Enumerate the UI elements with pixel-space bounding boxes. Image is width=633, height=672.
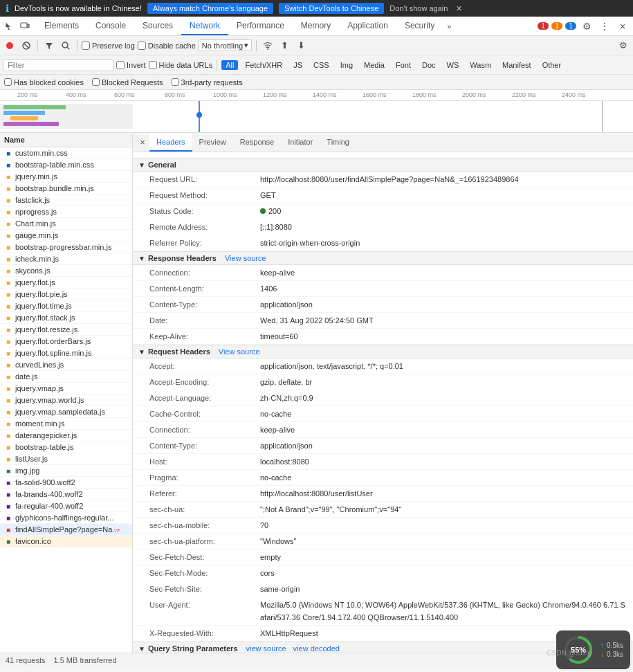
list-item[interactable]: ■ jquery.flot.resize.js [0, 324, 132, 336]
blocked-requests-input[interactable] [92, 78, 100, 86]
close-devtools-icon[interactable]: × [615, 19, 630, 34]
list-item[interactable]: ■ curvedLines.js [0, 359, 132, 371]
preserve-log-checkbox[interactable]: Preserve log [82, 42, 135, 50]
download-icon[interactable]: ⬇ [294, 39, 308, 53]
query-view-decoded[interactable]: view decoded [293, 644, 340, 653]
filter-chip-media[interactable]: Media [360, 60, 389, 70]
list-item[interactable]: ■ gauge.min.js [0, 230, 132, 242]
more-options-icon[interactable]: ⋮ [597, 19, 612, 34]
filter-chip-all[interactable]: All [221, 60, 238, 70]
list-item[interactable]: ■ jquery.vmap.sampledata.js [0, 406, 132, 418]
tab-console[interactable]: Console [87, 17, 134, 35]
invert-input[interactable] [116, 61, 125, 69]
resize-handle[interactable] [122, 137, 128, 143]
inspect-icon[interactable] [3, 19, 17, 33]
third-party-input[interactable] [172, 78, 179, 86]
filter-icon[interactable] [42, 39, 56, 53]
detail-tab-headers[interactable]: Headers [149, 133, 192, 152]
detail-close-btn[interactable]: × [136, 136, 149, 149]
tab-security[interactable]: Security [396, 17, 443, 35]
switch-devtools-btn[interactable]: Switch DevTools to Chinese [279, 3, 384, 14]
device-toolbar-icon[interactable] [18, 19, 32, 33]
list-item[interactable]: ■ bootstrap-progressbar.min.js [0, 242, 132, 253]
filter-chip-css[interactable]: CSS [309, 60, 333, 70]
list-item-selected[interactable]: ■ findAllSimplePage?page=Na... → [0, 524, 132, 536]
filter-chip-img[interactable]: Img [336, 60, 357, 70]
tab-sources[interactable]: Sources [134, 17, 181, 35]
list-item-favicon[interactable]: ■ favicon.ico [0, 536, 132, 547]
blocked-requests-checkbox[interactable]: Blocked Requests [92, 78, 163, 87]
tab-elements[interactable]: Elements [36, 17, 87, 35]
list-item[interactable]: ■ skycons.js [0, 265, 132, 277]
preserve-log-input[interactable] [82, 42, 90, 50]
response-headers-section-header[interactable]: ▼ Response Headers View source [133, 251, 633, 265]
detail-tab-timing[interactable]: Timing [320, 133, 356, 152]
hide-data-urls-checkbox[interactable]: Hide data URLs [149, 61, 213, 69]
list-item[interactable]: ■ glyphicons-halflings-regular... [0, 512, 132, 524]
search-icon[interactable] [59, 39, 73, 53]
clear-button[interactable] [19, 39, 33, 53]
response-view-source[interactable]: View source [225, 254, 266, 262]
filter-chip-font[interactable]: Font [392, 60, 415, 70]
hide-data-urls-input[interactable] [149, 61, 157, 69]
list-item[interactable]: ■ custom.min.css [0, 147, 132, 159]
has-blocked-cookies-checkbox[interactable]: Has blocked cookies [4, 78, 84, 87]
list-item[interactable]: ■ fa-solid-900.woff2 [0, 477, 132, 489]
notification-close[interactable]: × [456, 3, 461, 14]
detail-tab-preview[interactable]: Preview [192, 133, 233, 152]
list-item[interactable]: ■ jquery.flot.pie.js [0, 289, 132, 300]
list-item[interactable]: ■ jquery.min.js [0, 171, 132, 183]
network-settings-icon[interactable]: ⚙ [616, 39, 630, 53]
list-item[interactable]: ■ fa-brands-400.woff2 [0, 489, 132, 500]
list-item[interactable]: ■ fastclick.js [0, 194, 132, 206]
filter-chip-doc[interactable]: Doc [418, 60, 440, 70]
throttle-select[interactable]: No throttling ▾ [199, 39, 252, 51]
tab-memory[interactable]: Memory [293, 17, 339, 35]
list-item[interactable]: ■ jquery.flot.spline.min.js [0, 347, 132, 359]
list-item[interactable]: ■ jquery.flot.time.js [0, 300, 132, 312]
record-button[interactable] [3, 39, 17, 53]
disable-cache-input[interactable] [138, 42, 146, 50]
query-view-source[interactable]: view source [246, 644, 286, 653]
list-item[interactable]: ■ jquery.vmap.js [0, 383, 132, 394]
list-item[interactable]: ■ bootstrap.bundle.min.js [0, 183, 132, 194]
list-item[interactable]: ■ bootstrap-table.js [0, 442, 132, 453]
general-section-header[interactable]: ▼ General [133, 158, 633, 172]
list-item[interactable]: ■ jquery.flot.orderBars.js [0, 336, 132, 347]
has-blocked-cookies-input[interactable] [4, 78, 12, 86]
list-item[interactable]: ■ nprogress.js [0, 206, 132, 218]
list-item[interactable]: ■ jquery.vmap.world.js [0, 394, 132, 406]
upload-icon[interactable]: ⬆ [277, 39, 291, 53]
filter-chip-manifest[interactable]: Manifest [498, 60, 535, 70]
list-item[interactable]: ■ jquery.flot.js [0, 277, 132, 289]
request-view-source[interactable]: View source [219, 347, 260, 356]
list-item[interactable]: ■ daterangepicker.js [0, 430, 132, 442]
wifi-icon[interactable] [261, 39, 275, 53]
list-item[interactable]: ■ listUser.js [0, 453, 132, 465]
dont-show-link[interactable]: Don't show again [389, 4, 448, 12]
list-item[interactable]: ■ moment.min.js [0, 418, 132, 430]
list-item[interactable]: ■ fa-regular-400.woff2 [0, 500, 132, 512]
list-item[interactable]: ■ bootstrap-table.min.css [0, 159, 132, 171]
tab-network[interactable]: Network [181, 17, 228, 35]
request-headers-section-header[interactable]: ▼ Request Headers View source [133, 345, 633, 358]
filter-chip-fetchxhr[interactable]: Fetch/XHR [241, 60, 286, 70]
filter-input[interactable] [3, 59, 113, 71]
detail-tab-response[interactable]: Response [233, 133, 282, 152]
third-party-checkbox[interactable]: 3rd-party requests [172, 78, 243, 87]
list-item[interactable]: ■ icheck.min.js [0, 253, 132, 265]
list-item[interactable]: ■ date.js [0, 371, 132, 383]
list-item[interactable]: ■ img.jpg [0, 465, 132, 477]
tab-application[interactable]: Application [339, 17, 396, 35]
always-match-btn[interactable]: Always match Chrome's language [147, 3, 273, 14]
filter-chip-ws[interactable]: WS [443, 60, 464, 70]
invert-checkbox[interactable]: Invert [116, 61, 146, 69]
filter-chip-js[interactable]: JS [289, 60, 306, 70]
list-item[interactable]: ■ jquery.flot.stack.js [0, 312, 132, 324]
settings-icon[interactable]: ⚙ [579, 19, 594, 34]
tab-performance[interactable]: Performance [228, 17, 293, 35]
list-item[interactable]: ■ Chart.min.js [0, 218, 132, 230]
filter-chip-other[interactable]: Other [538, 60, 566, 70]
detail-tab-initiator[interactable]: Initiator [281, 133, 320, 152]
tab-overflow[interactable]: » [443, 17, 455, 35]
